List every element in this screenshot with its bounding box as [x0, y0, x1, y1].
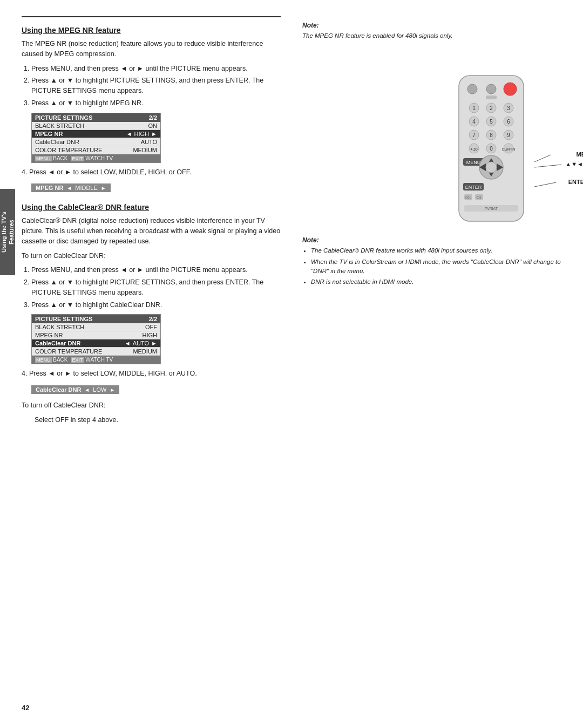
- step1-2: Press ▲ or ▼ to highlight PICTURE SETTIN…: [31, 76, 281, 96]
- svg-text:VOL: VOL: [465, 196, 472, 199]
- svg-rect-4: [486, 96, 497, 99]
- section1-steps: Press MENU, and then press ◄ or ► until …: [31, 64, 281, 108]
- step1-3: Press ▲ or ▼ to highlight MPEG NR.: [31, 98, 281, 108]
- menu1-header: PICTURE SETTINGS 2/2: [32, 113, 160, 122]
- menu2-row-0: BLACK STRETCH OFF: [32, 323, 160, 331]
- right-column: Note: The MPEG NR feature is enabled for…: [292, 16, 572, 728]
- sidebar-tab-text: Using the TV's Features: [0, 212, 15, 253]
- page-container: Using the TV's Features Using the MPEG N…: [0, 0, 583, 728]
- sidebar-tab: Using the TV's Features: [0, 189, 15, 275]
- remote-svg: 1 2 3 4 5 6 7 8: [448, 73, 534, 224]
- right-arrow-icon: [101, 185, 106, 191]
- enter-label: ENTER: [568, 179, 583, 185]
- svg-point-1: [467, 84, 477, 94]
- note2-item-1: When the TV is in ColorStream or HDMI mo…: [311, 257, 572, 276]
- note1-title: Note:: [302, 22, 572, 29]
- svg-text:6: 6: [507, 119, 510, 125]
- svg-text:MENU: MENU: [466, 160, 481, 165]
- main-content: Using the MPEG NR feature The MPEG NR (n…: [22, 16, 572, 728]
- section2-heading: Using the CableClear® DNR feature: [22, 203, 281, 212]
- section2-step4: 4. Press ◄ or ► to select LOW, MIDDLE, H…: [22, 369, 281, 379]
- svg-text:7: 7: [472, 132, 476, 138]
- menu1-row-3: COLOR TEMPERATURE MEDIUM: [32, 146, 160, 154]
- svg-text:ENTER: ENTER: [465, 185, 482, 190]
- left-arrow2-icon: [84, 387, 90, 393]
- menu2-header: PICTURE SETTINGS 2/2: [32, 315, 160, 323]
- menu1-row-0: BLACK STRETCH ON: [32, 122, 160, 130]
- top-divider: [22, 16, 281, 17]
- svg-line-47: [534, 182, 556, 187]
- section2-subheading: To turn on CableClear DNR:: [22, 251, 281, 261]
- mpeg-nr-inline-bar: MPEG NR MIDDLE: [31, 183, 111, 192]
- note1-box: Note: The MPEG NR feature is enabled for…: [302, 22, 572, 40]
- turn-off-heading: To turn off CableClear DNR:: [22, 400, 281, 411]
- right-arrow2-icon: [110, 387, 115, 393]
- left-column: Using the MPEG NR feature The MPEG NR (n…: [22, 16, 281, 728]
- menu1-footer: MENU BACK EXIT WATCH TV: [32, 154, 160, 162]
- note2-list: The CableClear® DNR feature works with 4…: [311, 246, 572, 287]
- menu2-row-3: COLOR TEMPERATURE MEDIUM: [32, 348, 160, 356]
- menu2-row-1: MPEG NR HIGH: [32, 331, 160, 339]
- section1-heading: Using the MPEG NR feature: [22, 26, 281, 35]
- svg-point-3: [504, 83, 517, 96]
- step2-2: Press ▲ or ▼ to highlight PICTURE SETTIN…: [31, 277, 281, 298]
- svg-text:CH: CH: [477, 196, 482, 199]
- svg-text:0: 0: [490, 146, 493, 152]
- menu-screenshot-1: PICTURE SETTINGS 2/2 BLACK STRETCH ON MP…: [31, 113, 161, 163]
- svg-point-2: [486, 84, 496, 94]
- menu2-footer: MENU BACK EXIT WATCH TV: [32, 356, 160, 364]
- svg-text:+10: +10: [470, 147, 478, 152]
- menu1-row-1: MPEG NR ◄ HIGH ►: [32, 130, 160, 138]
- step2-1: Press MENU, and then press ◄ or ► until …: [31, 265, 281, 275]
- section-mpeg-nr: Using the MPEG NR feature The MPEG NR (n…: [22, 26, 281, 194]
- menu-screenshot-2: PICTURE SETTINGS 2/2 BLACK STRETCH OFF M…: [31, 314, 161, 364]
- svg-text:3: 3: [507, 105, 510, 111]
- remote-svg-wrapper: 1 2 3 4 5 6 7 8: [448, 73, 556, 226]
- remote-container: 1 2 3 4 5 6 7 8: [302, 73, 556, 226]
- svg-text:TV/SAT: TV/SAT: [485, 207, 498, 210]
- svg-text:9: 9: [507, 132, 510, 138]
- note2-item-2: DNR is not selectable in HDMI mode.: [311, 277, 572, 287]
- section2-steps: Press MENU, and then press ◄ or ► until …: [31, 265, 281, 310]
- left-arrow-icon: [66, 185, 72, 191]
- arrows-label: ▲▼◄: [565, 161, 583, 167]
- svg-text:2: 2: [490, 105, 493, 111]
- svg-point-36: [486, 162, 497, 173]
- section1-intro: The MPEG NR (noise reduction) feature al…: [22, 39, 281, 59]
- svg-text:5: 5: [490, 119, 493, 125]
- note2-item-0: The CableClear® DNR feature works with 4…: [311, 246, 572, 255]
- svg-text:4: 4: [472, 119, 476, 125]
- step2-3: Press ▲ or ▼ to highlight CableClear DNR…: [31, 300, 281, 310]
- svg-text:1: 1: [472, 105, 476, 111]
- menu1-row-2: CableClear DNR AUTO: [32, 138, 160, 146]
- svg-line-45: [534, 155, 551, 162]
- step1-1: Press MENU, and then press ◄ or ► until …: [31, 64, 281, 74]
- note2-title: Note:: [302, 236, 572, 244]
- section2-intro: CableClear® DNR (digital noise reduction…: [22, 216, 281, 246]
- svg-text:8: 8: [490, 132, 493, 138]
- note1-text: The MPEG NR feature is enabled for 480i …: [302, 31, 572, 40]
- section-cableclear-dnr: Using the CableClear® DNR feature CableC…: [22, 203, 281, 425]
- cableclear-inline-bar: CableClear DNR LOW: [31, 385, 119, 394]
- section1-step4: 4. Press ◄ or ► to select LOW, MIDDLE, H…: [22, 167, 281, 178]
- turn-off-text: Select OFF in step 4 above.: [35, 415, 281, 425]
- menu2-row-2: CableClear DNR ◄ AUTO ►: [32, 339, 160, 348]
- menu-label: MENU: [577, 151, 583, 158]
- note2-box: Note: The CableClear® DNR feature works …: [302, 236, 572, 287]
- svg-line-46: [534, 165, 561, 167]
- svg-text:CURTN: CURTN: [502, 147, 515, 151]
- page-number: 42: [22, 704, 29, 712]
